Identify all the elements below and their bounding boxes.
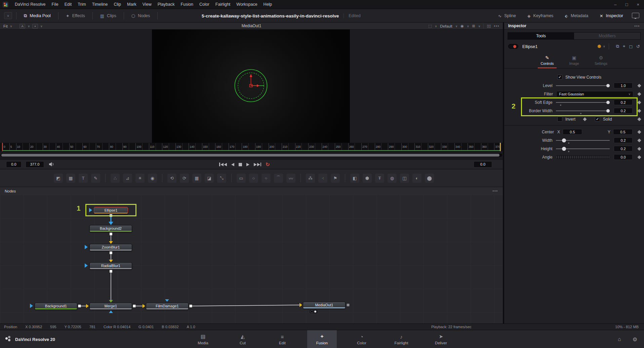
- roi-icon[interactable]: ⬚: [428, 24, 432, 28]
- angle-thumbwheel[interactable]: [556, 156, 610, 159]
- inspector-options-menu[interactable]: •••: [634, 24, 640, 28]
- border-width-keyframe-icon[interactable]: [638, 109, 641, 113]
- node-graph[interactable]: 1 Ellipse1Background2ZoomBlur1RadialBlur…: [0, 195, 503, 323]
- node-radialblur1[interactable]: RadialBlur1: [89, 262, 132, 269]
- level-keyframe-icon[interactable]: [638, 84, 641, 87]
- page-tab-edit[interactable]: ≡Edit: [268, 330, 297, 348]
- collapse-interface-button[interactable]: ∨: [4, 12, 12, 19]
- mediaout-badge-dot-off[interactable]: [311, 310, 313, 313]
- render-3d-tool-icon[interactable]: ⬤: [425, 174, 434, 183]
- particles-tool-icon[interactable]: ∴: [111, 174, 120, 183]
- height-slider[interactable]: [556, 146, 610, 151]
- versions-icon[interactable]: ⧉: [616, 44, 619, 49]
- menu-item-view[interactable]: View: [139, 0, 155, 9]
- settings-gear-icon[interactable]: ⚙: [633, 336, 637, 343]
- spline-button[interactable]: ∿Spline: [498, 13, 516, 18]
- filter-dropdown[interactable]: Fast Gaussian ∨: [556, 91, 633, 97]
- media-pool-button[interactable]: ⧉Media Pool: [16, 9, 58, 23]
- metadata-button[interactable]: ⬖Metadata: [565, 13, 588, 18]
- grid-guides-icon[interactable]: ⊞: [472, 24, 475, 28]
- viewer-zoom-select[interactable]: Fit: [3, 24, 8, 28]
- color-corrector-tool-icon[interactable]: ◉: [148, 174, 157, 183]
- channel-select-button[interactable]: ▪: [32, 24, 38, 29]
- dual-view-icon[interactable]: ▯▯: [487, 24, 491, 28]
- clean-feed-monitor-icon[interactable]: [632, 13, 639, 18]
- clips-button[interactable]: ▥Clips: [93, 9, 124, 23]
- page-tab-color[interactable]: ◔Color: [347, 330, 376, 348]
- menu-item-playback[interactable]: Playback: [155, 0, 178, 9]
- current-frame-field[interactable]: 0.0: [474, 161, 492, 168]
- letterbox-tool-icon[interactable]: ▦: [192, 174, 201, 183]
- fast-noise-tool-icon[interactable]: ▩: [66, 174, 75, 183]
- stop-button[interactable]: [239, 163, 242, 166]
- audio-mute-button[interactable]: [49, 162, 55, 167]
- color-curves-tool-icon[interactable]: ⊿: [123, 174, 132, 183]
- polygon-mask-tool-icon[interactable]: ⌔: [261, 174, 271, 183]
- width-keyframe-icon[interactable]: [638, 138, 641, 142]
- keyframes-button[interactable]: ◈Keyframes: [527, 13, 553, 18]
- node-output-socket[interactable]: [78, 305, 81, 308]
- pin-icon[interactable]: ⌖: [623, 44, 625, 49]
- reset-icon[interactable]: ↺: [636, 44, 640, 49]
- level-slider[interactable]: [556, 83, 610, 88]
- border-width-slider[interactable]: [556, 108, 610, 113]
- menu-item-fairlight[interactable]: Fairlight: [212, 0, 233, 9]
- shape-3d-tool-icon[interactable]: ⬢: [363, 174, 372, 183]
- subtab-image[interactable]: ▣ Image: [562, 54, 586, 68]
- center-x-field[interactable]: 0.5: [563, 129, 582, 135]
- width-slider[interactable]: [556, 138, 610, 143]
- brightness-contrast-tool-icon[interactable]: ☀: [135, 174, 145, 183]
- window-minimize-button[interactable]: –: [614, 2, 616, 7]
- node-output-socket[interactable]: [110, 270, 113, 273]
- menu-item-timeline[interactable]: Timeline: [89, 0, 111, 9]
- transform-tool-icon[interactable]: ⟲: [167, 174, 176, 183]
- go-to-start-button[interactable]: [219, 163, 227, 166]
- node-zoomblur1[interactable]: ZoomBlur1: [89, 244, 132, 251]
- angle-value-field[interactable]: 0.0: [614, 154, 633, 160]
- node-color-dot[interactable]: [598, 45, 601, 48]
- soft-edge-value-field[interactable]: 0.2: [614, 99, 633, 105]
- merge-3d-tool-icon[interactable]: ◍: [388, 174, 397, 183]
- node-ellipse1[interactable]: Ellipse1: [94, 207, 128, 214]
- center-y-field[interactable]: 0.5: [613, 129, 633, 135]
- node-output-socket[interactable]: [110, 232, 113, 235]
- height-value-field[interactable]: 0.2: [614, 146, 633, 151]
- node-filmdamage1[interactable]: FilmDamage1: [146, 303, 189, 309]
- lut-select[interactable]: Default: [440, 24, 452, 28]
- particle-images-tool-icon[interactable]: ⁖: [318, 174, 327, 183]
- border-width-value-field[interactable]: 0.2: [614, 108, 633, 114]
- effects-button[interactable]: ✦Effects: [58, 9, 92, 23]
- node-output-socket[interactable]: [189, 305, 192, 308]
- page-tab-media[interactable]: ▤Media: [188, 330, 218, 348]
- menu-item-trim[interactable]: Trim: [75, 0, 89, 9]
- window-maximize-button[interactable]: □: [626, 2, 628, 7]
- text-tool-icon[interactable]: T: [79, 174, 88, 183]
- nodes-button[interactable]: ⬡Nodes: [124, 9, 158, 23]
- width-value-field[interactable]: 0.2: [614, 137, 633, 143]
- angle-keyframe-icon[interactable]: [638, 155, 641, 159]
- menu-item-mark[interactable]: Mark: [124, 0, 139, 9]
- node-mediaout1[interactable]: MediaOut1: [303, 302, 346, 308]
- menu-item-clip[interactable]: Clip: [111, 0, 124, 9]
- particle-render-tool-icon[interactable]: ⚑: [331, 174, 340, 183]
- soft-edge-keyframe-icon[interactable]: [638, 100, 641, 104]
- solid-keyframe-icon[interactable]: [637, 117, 641, 121]
- lock-icon[interactable]: ◻: [629, 44, 633, 49]
- menu-item-fusion[interactable]: Fusion: [177, 0, 196, 9]
- play-reverse-button[interactable]: [231, 163, 234, 166]
- window-close-button[interactable]: ×: [637, 2, 639, 7]
- particle-emitter-tool-icon[interactable]: ⁂: [306, 174, 315, 183]
- solid-checkbox[interactable]: ✓: [595, 117, 600, 122]
- center-keyframe-icon[interactable]: [637, 130, 641, 134]
- range-start-field[interactable]: 0.0: [6, 161, 22, 168]
- ellipse-mask-tool-icon[interactable]: ○: [249, 174, 258, 183]
- background-tool-icon[interactable]: ◩: [54, 174, 63, 183]
- image-plane-3d-tool-icon[interactable]: ◧: [350, 174, 359, 183]
- viewer-panel[interactable]: [0, 30, 503, 143]
- menu-item-color[interactable]: Color: [196, 0, 212, 9]
- page-tab-cut[interactable]: ◭Cut: [228, 330, 257, 348]
- node-output-socket[interactable]: [110, 251, 113, 254]
- text-3d-tool-icon[interactable]: Ŧ: [375, 174, 384, 183]
- page-tab-fusion[interactable]: ✦Fusion: [307, 330, 337, 348]
- menu-item-workspace[interactable]: Workspace: [233, 0, 260, 9]
